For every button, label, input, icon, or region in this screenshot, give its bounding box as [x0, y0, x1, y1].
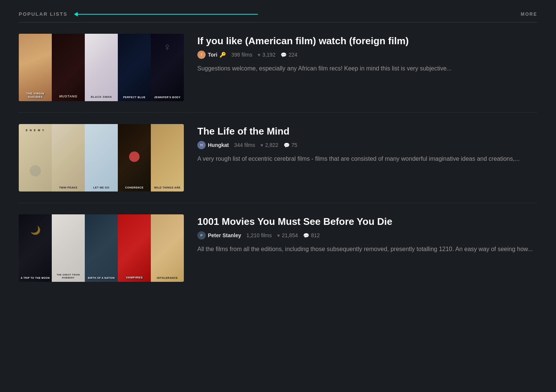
poster: VAMPIRES	[118, 214, 151, 282]
film-count: 398 films	[231, 52, 252, 58]
list-item: THE VIRGIN SUICIDES mustang BLACK SWAN P…	[19, 22, 537, 113]
list-description: Suggestions welcome, especially any Afri…	[197, 64, 537, 73]
poster: COHERENCE	[118, 124, 151, 192]
comments-stat: 💬 224	[281, 52, 297, 58]
poster: INTOLERANCE	[151, 214, 184, 282]
section-header: POPULAR LISTS MORE	[19, 11, 537, 22]
poster: mustang	[52, 34, 85, 101]
author-name[interactable]: Peter Stanley	[208, 232, 241, 238]
arrow-head-icon	[74, 12, 78, 16]
arrow-line	[78, 14, 258, 15]
film-count: 344 films	[234, 142, 255, 148]
author-badge: 🔑	[219, 52, 226, 58]
list-info-3: 1001 Movies You Must See Before You Die …	[197, 214, 537, 254]
comment-icon: 💬	[303, 233, 309, 238]
avatar: H	[197, 141, 206, 149]
list-author: T Tori 🔑	[197, 51, 226, 59]
film-count: 1,210 films	[246, 232, 272, 238]
list-author: H Hungkat	[197, 141, 229, 149]
poster: BIRTH OF A NATION	[85, 214, 118, 282]
likes-stat: ♥ 21,854	[277, 232, 298, 238]
list-title[interactable]: The Life of the Mind	[197, 126, 537, 137]
list-item: 🌙 A TRIP TO THE MOON THE GREAT TRAIN ROB…	[19, 203, 537, 293]
page-wrapper: POPULAR LISTS MORE THE VIRGIN SUICIDES m…	[0, 0, 556, 308]
heart-icon: ♥	[260, 142, 263, 148]
avatar: T	[197, 51, 206, 59]
comments-stat: 💬 812	[303, 232, 320, 238]
list-meta-2: H Hungkat 344 films ♥ 2,822 💬 75	[197, 141, 537, 149]
section-header-left: POPULAR LISTS	[19, 11, 258, 17]
poster: LET ME GO	[85, 124, 118, 192]
heart-icon: ♥	[277, 233, 280, 238]
lists-container: THE VIRGIN SUICIDES mustang BLACK SWAN P…	[19, 22, 537, 293]
author-name[interactable]: Hungkat	[208, 142, 229, 148]
comment-icon: 💬	[281, 52, 287, 58]
poster-strip-1: THE VIRGIN SUICIDES mustang BLACK SWAN P…	[19, 34, 184, 101]
list-info-1: If you like (American film) watch (forei…	[197, 34, 537, 73]
poster: BLACK SWAN	[85, 34, 118, 101]
poster: JENNIFER'S BODY ♀	[151, 34, 184, 101]
list-meta-1: T Tori 🔑 398 films ♥ 3,192 💬 224	[197, 51, 537, 59]
section-title: POPULAR LISTS	[19, 11, 68, 17]
poster: WILD THINGS ARE	[151, 124, 184, 192]
likes-stat: ♥ 3,192	[257, 52, 275, 58]
poster: PERFECT BLUE	[118, 34, 151, 101]
poster-strip-3: 🌙 A TRIP TO THE MOON THE GREAT TRAIN ROB…	[19, 214, 184, 282]
comments-stat: 💬 75	[284, 142, 298, 148]
list-description: All the films from all the editions, inc…	[197, 245, 537, 254]
likes-stat: ♥ 2,822	[260, 142, 278, 148]
list-info-2: The Life of the Mind H Hungkat 344 films…	[197, 124, 537, 164]
poster-strip-2: E N E M Y TWIN PEAKS LET ME GO	[19, 124, 184, 192]
more-link[interactable]: MORE	[521, 12, 537, 17]
poster: TWIN PEAKS	[52, 124, 85, 192]
list-author: P Peter Stanley	[197, 231, 241, 239]
list-title[interactable]: If you like (American film) watch (forei…	[197, 35, 537, 47]
author-name[interactable]: Tori	[208, 52, 217, 58]
list-description: A very rough list of eccentric cerebral …	[197, 154, 537, 164]
heart-icon: ♥	[257, 52, 260, 58]
list-meta-3: P Peter Stanley 1,210 films ♥ 21,854 💬 8…	[197, 231, 537, 239]
poster: E N E M Y	[19, 124, 52, 192]
list-item: E N E M Y TWIN PEAKS LET ME GO	[19, 113, 537, 203]
poster: THE VIRGIN SUICIDES	[19, 34, 52, 101]
comment-icon: 💬	[284, 142, 290, 148]
avatar: P	[197, 231, 206, 239]
poster: 🌙 A TRIP TO THE MOON	[19, 214, 52, 282]
poster: THE GREAT TRAIN ROBBERY	[52, 214, 85, 282]
arrow-line-container	[74, 12, 258, 16]
list-title[interactable]: 1001 Movies You Must See Before You Die	[197, 216, 537, 227]
